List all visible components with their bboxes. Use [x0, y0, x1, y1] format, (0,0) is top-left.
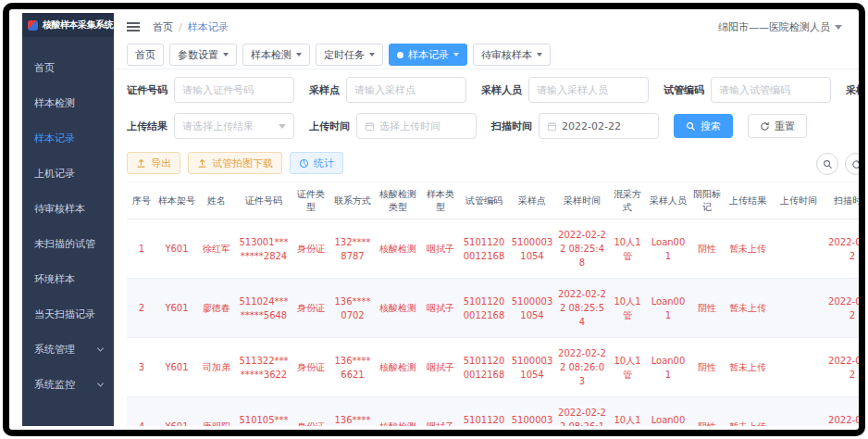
column-header: 样本类型: [421, 182, 460, 220]
sidebar-item-6[interactable]: 未扫描的试管: [22, 226, 114, 261]
chevron-down-icon: [537, 53, 542, 56]
filter-2-2: 上传时间选择上传时间: [309, 113, 477, 139]
user-menu[interactable]: 绵阳市——医院检测人员: [718, 20, 842, 34]
table-row: 1Y601徐红军513001********2824身份证132****8787…: [127, 220, 859, 279]
date-picker-扫描时间[interactable]: 2022-02-22: [539, 113, 659, 139]
table-cell: 2022-02-22: [826, 338, 859, 397]
table-cell: Y601: [156, 338, 197, 397]
sidebar-item-2[interactable]: 样本检测: [22, 85, 114, 120]
tab-6[interactable]: 待审核样本: [473, 44, 551, 66]
table-cell: 510105********1203: [236, 397, 291, 427]
breadcrumb-root[interactable]: 首页: [153, 20, 173, 34]
sidebar-item-1[interactable]: 首页: [22, 50, 114, 85]
table-cell: 核酸检测: [375, 220, 421, 279]
column-header: 联系方式: [330, 182, 375, 220]
table-cell: 51011200012168: [460, 397, 508, 427]
sidebar-logo: 核酸样本采集系统: [22, 13, 114, 37]
tab-3[interactable]: 样本检测: [242, 44, 310, 66]
field-placeholder: 请输入证件号码: [182, 83, 254, 97]
breadcrumb-separator: /: [179, 21, 182, 33]
export-button[interactable]: 导出: [127, 152, 180, 174]
sidebar-item-5[interactable]: 待审核样本: [22, 191, 114, 226]
tab-1[interactable]: 首页: [127, 44, 164, 66]
active-dot-icon: [397, 52, 403, 58]
filter-1-5: 采样日期选择上传时间: [846, 77, 859, 103]
input-试管编码[interactable]: 请输入试管编码: [711, 77, 831, 103]
main-area: 首页 / 样本记录 绵阳市——医院检测人员 首页参数设置样本检测定时任务样本记录…: [114, 13, 859, 426]
tab-4[interactable]: 定时任务: [316, 44, 383, 66]
chevron-down-icon: [296, 53, 302, 56]
reset-button[interactable]: 重置: [748, 114, 807, 138]
pie-chart-icon: [299, 158, 309, 169]
breadcrumb-current: 样本记录: [188, 20, 229, 34]
sidebar-item-label: 样本检测: [34, 96, 75, 110]
input-采样人员[interactable]: 请输入采样人员: [528, 77, 649, 103]
select-input-上传结果[interactable]: 请选择上传结果: [174, 113, 294, 139]
chevron-down-icon: [835, 25, 842, 30]
tube-photo-download-button[interactable]: 试管拍图下载: [188, 152, 282, 174]
action-bar: 导出 试管拍图下载 统计: [114, 149, 859, 174]
column-header: 证件类型: [291, 182, 330, 220]
table-cell: [771, 220, 826, 279]
field-placeholder: 请选择上传结果: [182, 119, 254, 133]
filter-label: 采样点: [309, 83, 340, 97]
table-cell: Loan001: [647, 279, 689, 338]
field-placeholder: 请输入试管编码: [719, 83, 790, 97]
window-frame: 核酸样本采集系统 首页样本检测样本记录上机记录待审核样本未扫描的试管环境样本当天…: [3, 3, 865, 436]
sidebar-item-3[interactable]: 样本记录: [22, 120, 114, 156]
table-cell: 核酸检测: [375, 338, 421, 397]
filter-label: 采样日期: [846, 83, 859, 97]
sidebar-item-label: 首页: [34, 61, 55, 75]
table-cell: 513001********2824: [236, 220, 291, 279]
table-cell: 511024********5648: [236, 279, 291, 338]
table-cell: 徐红军: [197, 220, 236, 279]
search-toggle-button[interactable]: [816, 153, 838, 175]
table-cell: 核酸检测: [375, 279, 421, 338]
calendar-icon: [547, 121, 557, 132]
sidebar-item-8[interactable]: 当天扫描记录: [22, 296, 114, 332]
table-cell: 身份证: [291, 338, 330, 397]
input-证件号码[interactable]: 请输入证件号码: [174, 77, 294, 103]
field-placeholder: 请输入采样点: [354, 83, 415, 97]
sidebar-item-4[interactable]: 上机记录: [22, 156, 114, 191]
tab-label: 参数设置: [178, 48, 218, 62]
table-cell: 咽拭子: [421, 397, 460, 427]
breadcrumb: 首页 / 样本记录: [153, 20, 229, 34]
search-button[interactable]: 搜索: [674, 114, 733, 138]
input-采样点[interactable]: 请输入采样点: [346, 77, 466, 103]
sidebar-item-10[interactable]: 系统监控: [22, 367, 114, 402]
chevron-down-icon: [279, 124, 286, 129]
column-header: 混采方式: [608, 182, 647, 220]
calendar-icon: [365, 121, 375, 132]
chevron-down-icon: [223, 53, 229, 56]
column-header: 阴阳标记: [689, 182, 725, 220]
table-cell: 136****0702: [330, 279, 375, 338]
table-cell: 核酸检测: [375, 397, 421, 427]
table-cell: 唐明阳: [197, 397, 236, 427]
tab-5[interactable]: 样本记录: [389, 44, 467, 66]
date-picker-上传时间[interactable]: 选择上传时间: [356, 113, 477, 139]
table-cell: 2: [127, 279, 156, 338]
sidebar-item-9[interactable]: 系统管理: [22, 332, 114, 367]
table-cell: 10人1管: [608, 279, 647, 338]
user-name: 绵阳市——医院检测人员: [718, 20, 830, 34]
sidebar-item-label: 上机记录: [34, 167, 75, 181]
sidebar-item-7[interactable]: 环境样本: [22, 261, 114, 296]
sample-table: 序号样本架号姓名证件号码证件类型联系方式核酸检测类型样本类型试管编码采样点采样时…: [127, 182, 859, 426]
column-header: 姓名: [197, 182, 236, 220]
filter-row-1: 证件号码请输入证件号码采样点请输入采样点采样人员请输入采样人员试管编码请输入试管…: [127, 77, 846, 103]
tab-label: 首页: [135, 48, 155, 62]
statistics-button[interactable]: 统计: [290, 152, 343, 174]
refresh-button[interactable]: [845, 153, 859, 175]
table-cell: 暂未上传: [725, 220, 771, 279]
sidebar-item-label: 环境样本: [34, 272, 75, 286]
table-cell: [771, 338, 826, 397]
column-header: 扫描时间: [826, 182, 859, 220]
column-header: 核酸检测类型: [375, 182, 421, 220]
table-cell: 4: [127, 397, 156, 427]
sidebar-menu: 首页样本检测样本记录上机记录待审核样本未扫描的试管环境样本当天扫描记录系统管理系…: [22, 37, 114, 402]
sample-table-wrapper: 序号样本架号姓名证件号码证件类型联系方式核酸检测类型样本类型试管编码采样点采样时…: [127, 182, 859, 426]
chevron-down-icon: [369, 53, 375, 56]
sidebar-toggle-icon[interactable]: [127, 22, 140, 31]
tab-2[interactable]: 参数设置: [169, 44, 237, 66]
